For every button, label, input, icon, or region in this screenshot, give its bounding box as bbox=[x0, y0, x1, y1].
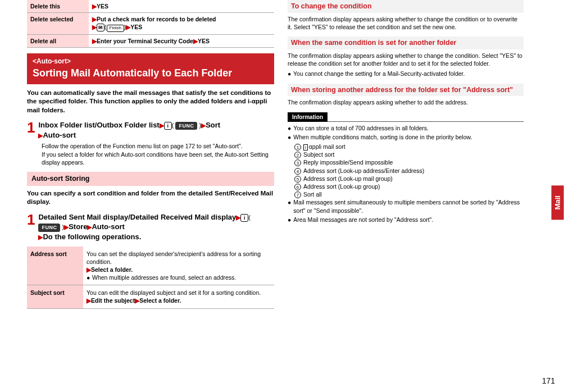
opt-text: Enter your Terminal Security Code bbox=[97, 38, 193, 44]
side-tab: Mail bbox=[552, 185, 564, 220]
step-content: Inbox Folder list/Outbox Folder list▶i( … bbox=[38, 120, 220, 140]
step-title-text: Auto-sort bbox=[92, 222, 125, 231]
info-sub-text: Sort all bbox=[303, 191, 322, 198]
info-sub-text: Address sort (Look-up mail group) bbox=[303, 175, 393, 182]
op-action: Select a folder. bbox=[91, 266, 133, 273]
information-list: ●You can store a total of 700 addresses … bbox=[288, 122, 524, 224]
bullet-icon: ● bbox=[288, 133, 291, 141]
op-note: ●When multiple addresses are found, sele… bbox=[87, 274, 271, 281]
step-number: 1 bbox=[27, 212, 35, 242]
triangle-icon: ▶ bbox=[201, 122, 206, 129]
page-number: 171 bbox=[542, 376, 555, 386]
mail-key-icon: ✉ bbox=[97, 24, 104, 31]
i-icon: i bbox=[303, 144, 308, 151]
delete-options-table: Delete this ▶YES Delete selected ▶Put a … bbox=[27, 0, 274, 48]
right-paragraph: The confirmation display appears asking … bbox=[288, 98, 524, 106]
step-1: 1 Inbox Folder list/Outbox Folder list▶i… bbox=[27, 120, 274, 140]
step-title-text: Auto-sort bbox=[43, 131, 76, 139]
right-bullet: ●You cannot change the setting for a Mai… bbox=[288, 70, 524, 78]
op-body: You can set the displayed sender's/recip… bbox=[83, 247, 274, 285]
information-box: Information ●You can store a total of 70… bbox=[288, 112, 524, 224]
step-title-text: Detailed Sent Mail display/Detailed Rece… bbox=[38, 213, 236, 221]
opt-label: Delete all bbox=[27, 35, 89, 48]
info-sub-text: Reply impossible/Send impossible bbox=[303, 159, 393, 166]
left-column: Delete this ▶YES Delete selected ▶Put a … bbox=[27, 0, 274, 309]
func-badge: FUNC bbox=[38, 224, 60, 231]
i-key-icon: i bbox=[240, 214, 248, 222]
opt-value: ▶Enter your Terminal Security Code▶YES bbox=[89, 35, 274, 48]
info-text: Mail messages sent simultaneously to mul… bbox=[293, 198, 524, 214]
info-subitem: 4Address sort (Look-up address/Enter add… bbox=[294, 167, 524, 175]
op-note-text: When multiple addresses are found, selec… bbox=[92, 274, 236, 281]
table-row: Subject sort You can edit the displayed … bbox=[27, 285, 274, 308]
opt-label: Delete selected bbox=[27, 13, 89, 35]
circled-number-icon: 7 bbox=[294, 192, 301, 198]
triangle-icon: ▶ bbox=[92, 16, 97, 22]
right-bullet-text: You cannot change the setting for a Mail… bbox=[293, 70, 465, 78]
triangle-icon: ▶ bbox=[87, 297, 91, 304]
opt-value: ▶Put a check mark for records to be dele… bbox=[89, 13, 274, 35]
info-subitem: 2Subject sort bbox=[294, 151, 524, 158]
info-subitem: 3Reply impossible/Send impossible bbox=[294, 158, 524, 166]
info-sub-text: Subject sort bbox=[303, 151, 334, 158]
circled-number-icon: 4 bbox=[294, 168, 301, 175]
func-badge: FUNC bbox=[175, 122, 197, 130]
right-heading: When storing another address for the fol… bbox=[288, 84, 524, 97]
right-heading: To change the condition bbox=[288, 0, 524, 13]
circled-number-icon: 6 bbox=[294, 184, 301, 190]
operations-table: Address sort You can set the displayed s… bbox=[27, 247, 274, 309]
right-paragraph: The confirmation display appears asking … bbox=[288, 15, 524, 31]
triangle-icon: ▶ bbox=[193, 38, 198, 44]
info-sub-text: Address sort (Look-up address/Enter addr… bbox=[303, 167, 424, 174]
triangle-icon: ▶ bbox=[87, 266, 91, 273]
info-item: ●Area Mail messages are not sorted by "A… bbox=[288, 216, 524, 224]
info-subitem: 7Sort all bbox=[294, 190, 524, 198]
right-paragraph: The confirmation display appears asking … bbox=[288, 52, 524, 67]
opt-text: YES bbox=[198, 38, 210, 44]
step-title-text: Inbox Folder list/Outbox Folder list bbox=[38, 121, 159, 129]
op-label: Address sort bbox=[27, 247, 83, 285]
info-subitem: 1iαppli mail sort bbox=[294, 143, 524, 151]
circled-number-icon: 2 bbox=[294, 152, 301, 158]
information-tag: Information bbox=[288, 112, 328, 122]
step-1-body: Follow the operation of the Function men… bbox=[42, 142, 274, 166]
circled-number-icon: 3 bbox=[294, 159, 301, 166]
bullet-icon: ● bbox=[288, 124, 291, 132]
triangle-icon: ▶ bbox=[236, 214, 240, 221]
table-row: Delete selected ▶Put a check mark for re… bbox=[27, 13, 274, 35]
op-text: You can edit the displayed subject and s… bbox=[87, 289, 261, 296]
i-key-icon: i bbox=[164, 122, 172, 130]
triangle-icon: ▶ bbox=[92, 38, 97, 44]
bullet-icon: ● bbox=[288, 70, 291, 78]
info-item: ●When multiple conditions match, sorting… bbox=[288, 133, 524, 141]
table-row: Delete all ▶Enter your Terminal Security… bbox=[27, 35, 274, 48]
triangle-icon: ▶ bbox=[64, 224, 69, 230]
step-number: 1 bbox=[27, 120, 35, 140]
step-title-text: Sort bbox=[206, 121, 220, 129]
section-intro: You can automatically save the mail mess… bbox=[27, 89, 274, 115]
info-text: Area Mail messages are not sorted by "Ad… bbox=[293, 216, 433, 224]
opt-text: YES bbox=[130, 24, 142, 30]
info-text: You can store a total of 700 addresses i… bbox=[293, 124, 429, 132]
op-action: Select a folder. bbox=[139, 297, 181, 304]
op-action: Edit the subject bbox=[91, 297, 135, 304]
info-subitem: 5Address sort (Look-up mail group) bbox=[294, 175, 524, 183]
section-pretitle: <Auto-sort> bbox=[33, 57, 269, 66]
circled-number-icon: 1 bbox=[294, 144, 301, 151]
table-row: Address sort You can set the displayed s… bbox=[27, 247, 274, 285]
op-label: Subject sort bbox=[27, 285, 83, 308]
section-title-bar: <Auto-sort> Sorting Mail Automatically t… bbox=[27, 53, 274, 84]
triangle-icon: ▶ bbox=[92, 24, 97, 30]
bullet-icon: ● bbox=[288, 198, 291, 214]
right-heading: When the same condition is set for anoth… bbox=[288, 37, 524, 49]
bullet-icon: ● bbox=[288, 216, 291, 224]
page-columns: Delete this ▶YES Delete selected ▶Put a … bbox=[0, 0, 564, 309]
step-title-text: Do the following operations. bbox=[43, 233, 141, 241]
triangle-icon: ▶ bbox=[92, 3, 97, 10]
right-column: To change the condition The confirmation… bbox=[288, 0, 524, 309]
info-sub-text: Address sort (Look-up group) bbox=[303, 183, 380, 190]
opt-label: Delete this bbox=[27, 0, 89, 13]
table-row: Delete this ▶YES bbox=[27, 0, 274, 13]
info-subitem: 6Address sort (Look-up group) bbox=[294, 183, 524, 190]
triangle-icon: ▶ bbox=[160, 122, 164, 129]
